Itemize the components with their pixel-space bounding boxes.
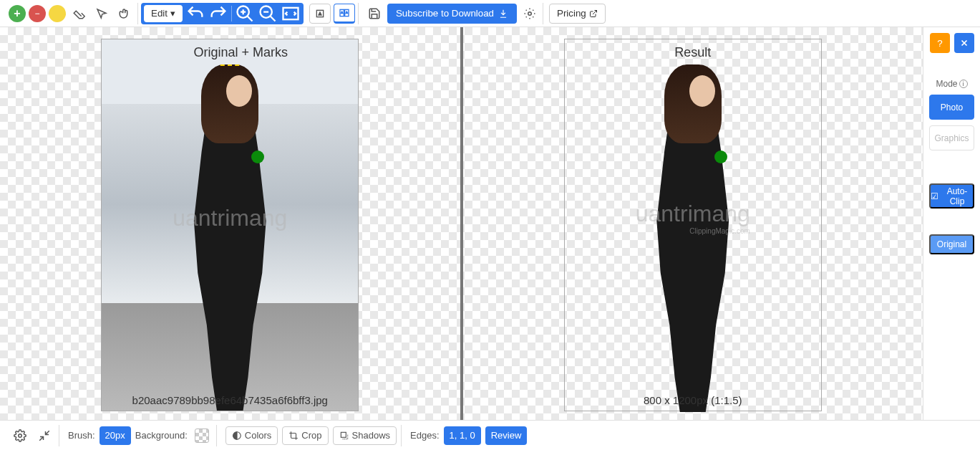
original-button[interactable]: Original <box>929 234 974 254</box>
background-swatch-button[interactable] <box>192 426 212 446</box>
photo-mode-button[interactable]: Photo <box>929 95 974 120</box>
gear-icon <box>14 429 26 442</box>
zoom-in-button[interactable] <box>235 4 255 24</box>
result-image-frame[interactable]: uantrimang ClippingMagic.com 800 x 1200p… <box>564 39 822 411</box>
subscribe-download-button[interactable]: Subscribe to Download <box>387 4 517 24</box>
mode-label: Mode i <box>929 79 974 89</box>
crop-icon <box>288 431 299 441</box>
preferences-button[interactable] <box>10 426 30 446</box>
svg-rect-9 <box>341 432 346 437</box>
keep-mark-button[interactable]: + <box>9 5 26 22</box>
pricing-label: Pricing <box>557 8 586 19</box>
pricing-button[interactable]: Pricing <box>549 4 606 24</box>
dimensions-label: 800 x 1200px (1:1.5) <box>644 394 742 406</box>
graphics-mode-button[interactable]: Graphics <box>929 125 974 150</box>
colors-button[interactable]: Colors <box>225 426 278 445</box>
checkbox-icon: ☑ <box>931 191 938 201</box>
person-silhouette <box>165 64 294 411</box>
pan-button[interactable] <box>115 4 135 24</box>
transparency-swatch-icon <box>195 429 209 443</box>
remove-mark-button[interactable]: − <box>29 5 46 22</box>
gear-sparkle-icon <box>523 7 536 20</box>
edit-group: Edit ▾ <box>141 3 304 24</box>
fit-icon <box>281 4 301 24</box>
edit-dropdown[interactable]: Edit ▾ <box>144 5 183 22</box>
mark-tools-group: + − <box>6 3 138 24</box>
eraser-button[interactable] <box>69 4 89 24</box>
view-mode-group <box>306 3 359 24</box>
edges-group: Edges: 1, 1, 0 Review <box>406 425 531 446</box>
zoom-out-icon <box>258 4 278 24</box>
close-icon <box>959 38 969 48</box>
redo-icon <box>208 4 228 24</box>
original-image-frame[interactable]: uantrimang b20aac9789bb98efe64b7435a6f6b… <box>101 39 359 411</box>
brush-size-button[interactable]: 20px <box>100 426 131 445</box>
shadow-icon <box>339 431 349 441</box>
brush-label: Brush: <box>68 430 95 441</box>
svg-point-7 <box>19 434 22 437</box>
edges-label: Edges: <box>410 430 439 441</box>
download-label: Subscribe to Download <box>396 8 494 19</box>
canvas-area[interactable]: Original + Marks uantrimang b20aac9789bb… <box>0 27 923 420</box>
help-icon: ? <box>937 38 942 49</box>
zoom-out-button[interactable] <box>258 4 278 24</box>
result-panel: Result uantrimang ClippingMagic.com 800 … <box>463 27 923 420</box>
single-view-button[interactable] <box>309 4 331 24</box>
settings-button[interactable] <box>520 4 540 24</box>
original-panel-title: Original + Marks <box>193 45 288 60</box>
filename-label: b20aac9789bb98efe64b7435a6f6bff3.jpg <box>132 394 328 406</box>
download-group: Subscribe to Download <box>362 3 543 24</box>
pointer-button[interactable] <box>92 4 112 24</box>
autoclip-button[interactable]: ☑ Auto-Clip <box>929 183 974 209</box>
crop-button[interactable]: Crop <box>282 426 328 445</box>
brush-group: Brush: 20px Background: <box>64 425 217 446</box>
fit-button[interactable] <box>281 4 301 24</box>
background-label: Background: <box>135 430 188 441</box>
adjust-group: Colors Crop Shadows <box>221 425 402 446</box>
info-icon[interactable]: i <box>959 80 968 88</box>
collapse-icon <box>38 429 51 442</box>
result-keep-mark-dot <box>714 150 727 163</box>
pricing-group: Pricing <box>546 3 608 24</box>
help-button[interactable]: ? <box>930 33 950 53</box>
svg-point-6 <box>528 11 532 15</box>
redo-button[interactable] <box>208 4 228 24</box>
collapse-button[interactable] <box>34 426 54 446</box>
split-view-button[interactable] <box>334 4 355 24</box>
shadows-button[interactable]: Shadows <box>333 426 397 445</box>
review-button[interactable]: Review <box>485 426 528 445</box>
hand-icon <box>118 7 131 20</box>
result-person-silhouette <box>629 64 757 412</box>
edit-label: Edit <box>151 8 168 19</box>
close-button[interactable] <box>954 33 974 53</box>
download-icon <box>498 9 508 19</box>
undo-button[interactable] <box>185 4 205 24</box>
undo-icon <box>185 4 205 24</box>
external-link-icon <box>589 9 598 18</box>
save-button[interactable] <box>364 4 384 24</box>
prefs-group <box>6 425 59 446</box>
chevron-down-icon: ▾ <box>170 8 175 19</box>
single-view-icon <box>314 8 326 19</box>
original-panel: Original + Marks uantrimang b20aac9789bb… <box>0 27 460 420</box>
right-sidebar: ? Mode i Photo Graphics ☑ Auto-Clip Orig… <box>923 27 980 420</box>
result-panel-title: Result <box>674 45 711 60</box>
eraser-icon <box>72 7 85 20</box>
top-toolbar: + − Edit ▾ <box>0 0 980 27</box>
contrast-icon <box>232 431 242 441</box>
split-view-icon <box>339 7 350 19</box>
hair-mark-button[interactable] <box>47 2 69 24</box>
zoom-in-icon <box>235 4 255 24</box>
edges-value-button[interactable]: 1, 1, 0 <box>444 426 481 445</box>
workspace: Original + Marks uantrimang b20aac9789bb… <box>0 27 980 420</box>
save-icon <box>368 7 381 20</box>
pointer-icon <box>95 7 108 20</box>
bottom-toolbar: Brush: 20px Background: Colors Crop Shad… <box>0 420 980 450</box>
